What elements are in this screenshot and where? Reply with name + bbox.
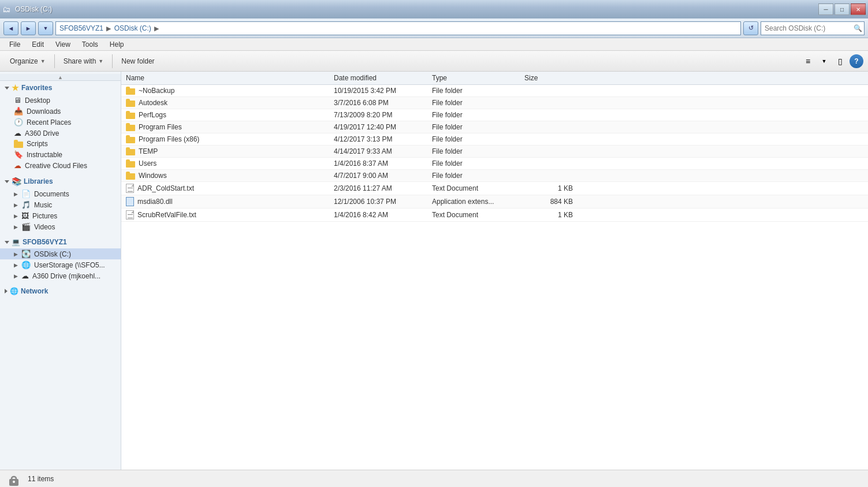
table-row[interactable]: Program Files 4/19/2017 12:40 PM File fo… xyxy=(121,121,868,133)
sidebar-item-downloads[interactable]: 📥 Downloads xyxy=(0,106,121,117)
sidebar-item-music[interactable]: ▶ 🎵 Music xyxy=(0,199,121,210)
menu-view[interactable]: View xyxy=(51,39,75,50)
column-header-name[interactable]: Name xyxy=(121,74,329,82)
search-input[interactable] xyxy=(765,24,851,32)
folder-icon xyxy=(126,123,135,131)
search-box[interactable]: 🔍 xyxy=(761,21,865,35)
sidebar-item-instructable[interactable]: 🔖 Instructable xyxy=(0,149,121,160)
search-icon: 🔍 xyxy=(854,24,862,32)
help-button[interactable]: ? xyxy=(850,54,863,68)
scroll-chevron-up: ▲ xyxy=(58,75,63,80)
a360comp-icon: ☁ xyxy=(21,272,29,280)
file-cell-date: 4/19/2017 12:40 PM xyxy=(329,123,427,131)
path-separator-2: ▶ xyxy=(154,25,159,32)
menu-edit[interactable]: Edit xyxy=(27,39,49,50)
sidebar-item-a360drive[interactable]: ☁ A360 Drive xyxy=(0,128,121,139)
column-header-size[interactable]: Size xyxy=(520,74,578,82)
osdisk-label: OSDisk (C:) xyxy=(34,250,71,258)
refresh-button[interactable]: ↺ xyxy=(743,21,758,35)
path-computer[interactable]: SFOB56VYZ1 xyxy=(59,24,103,32)
table-row[interactable]: Autodesk 3/7/2016 6:08 PM File folder xyxy=(121,97,868,109)
sidebar-item-scripts[interactable]: Scripts xyxy=(0,139,121,149)
scripts-folder-icon xyxy=(14,140,23,148)
network-header[interactable]: 🌐 Network xyxy=(0,285,121,298)
table-row[interactable]: msdia80.dll 12/1/2006 10:37 PM Applicati… xyxy=(121,195,868,209)
title-bar-controls: ─ □ ✕ xyxy=(818,3,866,15)
sidebar-item-userstorage[interactable]: ▶ 🌐 UserStorage (\\SFO5... xyxy=(0,259,121,270)
file-cell-date: 4/14/2017 9:33 AM xyxy=(329,147,427,155)
minimize-button[interactable]: ─ xyxy=(818,3,833,15)
sidebar-item-desktop[interactable]: 🖥 Desktop xyxy=(0,95,121,106)
file-cell-name: Users xyxy=(121,159,329,168)
back-button[interactable]: ◄ xyxy=(3,21,18,35)
table-row[interactable]: Users 1/4/2016 8:37 AM File folder xyxy=(121,158,868,170)
file-name-text: ~NoBackup xyxy=(139,87,174,95)
toolbar-separator-1 xyxy=(54,54,55,68)
txt-file-icon: ━━━━━━━━━ xyxy=(126,184,134,193)
file-cell-type: File folder xyxy=(427,147,520,155)
file-name-text: TEMP xyxy=(139,147,158,155)
title-bar-left: 🗂 OSDisk (C:) xyxy=(2,5,818,14)
sidebar-item-pictures[interactable]: ▶ 🖼 Pictures xyxy=(0,210,121,221)
menu-help[interactable]: Help xyxy=(105,39,129,50)
new-folder-button[interactable]: New folder xyxy=(116,53,159,69)
address-bar: ◄ ► ▼ SFOB56VYZ1 ▶ OSDisk (C:) ▶ ↺ 🔍 xyxy=(0,18,868,38)
scripts-label: Scripts xyxy=(27,140,48,148)
file-name-text: ADR_ColdStart.txt xyxy=(137,184,194,192)
sidebar-item-videos[interactable]: ▶ 🎬 Videos xyxy=(0,221,121,232)
view-list-button[interactable]: ≡ xyxy=(801,54,815,68)
organize-button[interactable]: Organize ▼ xyxy=(5,53,51,69)
folder-icon xyxy=(126,147,135,155)
column-header-date[interactable]: Date modified xyxy=(329,74,427,82)
column-header-type[interactable]: Type xyxy=(427,74,520,82)
sidebar-item-osdisk[interactable]: ▶ 💽 OSDisk (C:) xyxy=(0,248,121,259)
videos-icon: 🎬 xyxy=(21,222,31,231)
address-path[interactable]: SFOB56VYZ1 ▶ OSDisk (C:) ▶ xyxy=(55,21,741,35)
table-row[interactable]: Windows 4/7/2017 9:00 AM File folder xyxy=(121,170,868,182)
table-row[interactable]: ~NoBackup 10/19/2015 3:42 PM File folder xyxy=(121,85,868,97)
sidebar-item-creative-cloud[interactable]: ☁ Creative Cloud Files xyxy=(0,160,121,171)
file-cell-size: 1 KB xyxy=(520,184,578,192)
userstorage-label: UserStorage (\\SFO5... xyxy=(34,261,105,269)
sidebar: ▲ ★ Favorites 🖥 Desktop 📥 Downloads 🕐 Re… xyxy=(0,72,121,470)
maximize-button[interactable]: □ xyxy=(835,3,850,15)
menu-file[interactable]: File xyxy=(5,39,25,50)
share-with-button[interactable]: Share with ▼ xyxy=(58,53,109,69)
file-name-text: Windows xyxy=(139,172,167,180)
path-drive[interactable]: OSDisk (C:) xyxy=(114,24,151,32)
menu-tools[interactable]: Tools xyxy=(77,39,103,50)
favorites-header[interactable]: ★ Favorites xyxy=(0,81,121,95)
sidebar-item-documents[interactable]: ▶ 📄 Documents xyxy=(0,188,121,199)
file-list-header: Name Date modified Type Size xyxy=(121,72,868,85)
scroll-up-indicator[interactable]: ▲ xyxy=(0,74,121,81)
table-row[interactable]: ━━━━━━━━━ ScrubRetValFile.txt 1/4/2016 8… xyxy=(121,209,868,222)
favorites-label: Favorites xyxy=(21,84,52,92)
file-cell-date: 1/4/2016 8:42 AM xyxy=(329,211,427,219)
libraries-header[interactable]: 📚 Libraries xyxy=(0,174,121,188)
main-layout: ▲ ★ Favorites 🖥 Desktop 📥 Downloads 🕐 Re… xyxy=(0,72,868,470)
file-cell-size: 1 KB xyxy=(520,211,578,219)
view-dropdown-button[interactable]: ▼ xyxy=(817,54,831,68)
preview-pane-button[interactable]: ▯ xyxy=(833,54,847,68)
file-cell-type: File folder xyxy=(427,99,520,107)
osdisk-expand-icon: ▶ xyxy=(14,251,18,257)
a360comp-label: A360 Drive (mjkoehl... xyxy=(32,272,100,280)
sidebar-item-recent[interactable]: 🕐 Recent Places xyxy=(0,117,121,128)
libraries-collapse-icon xyxy=(5,180,9,183)
close-button[interactable]: ✕ xyxy=(851,3,866,15)
file-cell-name: Autodesk xyxy=(121,99,329,107)
file-cell-name: Program Files xyxy=(121,123,329,131)
forward-button[interactable]: ► xyxy=(21,21,36,35)
item-count: 11 items xyxy=(28,475,54,483)
path-text: SFOB56VYZ1 ▶ OSDisk (C:) ▶ xyxy=(59,24,160,32)
status-icon xyxy=(5,471,23,487)
sidebar-item-a360drive-comp[interactable]: ▶ ☁ A360 Drive (mjkoehl... xyxy=(0,270,121,281)
table-row[interactable]: PerfLogs 7/13/2009 8:20 PM File folder xyxy=(121,109,868,121)
computer-header[interactable]: 💻 SFOB56VYZ1 xyxy=(0,236,121,248)
recent-locations-button[interactable]: ▼ xyxy=(38,21,53,35)
table-row[interactable]: ━━━━━━━━━ ADR_ColdStart.txt 2/3/2016 11:… xyxy=(121,182,868,195)
table-row[interactable]: Program Files (x86) 4/12/2017 3:13 PM Fi… xyxy=(121,133,868,146)
file-name-text: PerfLogs xyxy=(139,111,166,119)
table-row[interactable]: TEMP 4/14/2017 9:33 AM File folder xyxy=(121,146,868,158)
downloads-label: Downloads xyxy=(27,107,61,116)
